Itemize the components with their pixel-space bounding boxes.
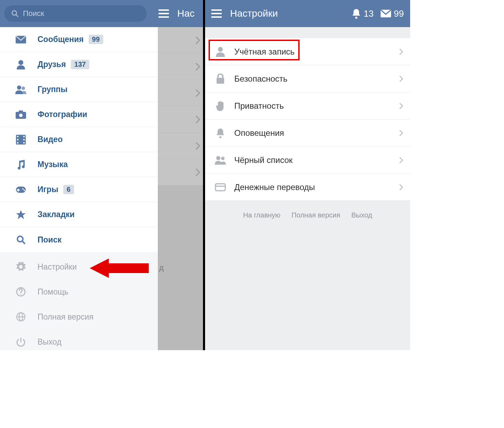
bg-row[interactable] [158, 106, 205, 133]
footer-links: На главную Полная версия Выход [205, 201, 410, 230]
menu-item-games[interactable]: Игры 6 [0, 177, 158, 202]
bg-row[interactable] [158, 54, 205, 80]
search-input[interactable]: Поиск [4, 5, 147, 22]
settings-item-security[interactable]: Безопасность [205, 65, 410, 92]
menu-label: Фотографии [38, 110, 87, 119]
menu-item-photos[interactable]: Фотографии [0, 102, 158, 127]
badge: 137 [71, 60, 89, 69]
menu-item-search[interactable]: Поиск [0, 227, 158, 252]
gray-menu-section: Настройки Помощь Полная версия [0, 252, 158, 350]
chevron-right-icon [399, 130, 403, 137]
card-icon [213, 183, 227, 191]
svg-rect-17 [23, 139, 25, 140]
notifications-indicator[interactable]: 13 [352, 8, 374, 19]
menu-label: Полная версия [38, 312, 94, 322]
chevron-right-icon [399, 157, 403, 164]
messages-indicator[interactable]: 99 [381, 8, 404, 19]
friends-icon [15, 60, 27, 69]
menu-item-logout[interactable]: Выход [0, 329, 158, 350]
menu-icon[interactable] [158, 9, 169, 18]
chevron-right-icon [399, 102, 403, 109]
power-icon [15, 337, 27, 347]
groups-icon [15, 85, 27, 94]
svg-point-38 [218, 47, 223, 52]
settings-label: Чёрный список [234, 155, 399, 165]
settings-item-account[interactable]: Учётная запись [205, 38, 410, 65]
footer-home-link[interactable]: На главную [243, 211, 280, 219]
side-menu: Сообщения 99 Друзья 137 Группы [0, 27, 158, 350]
menu-label: Игры [38, 185, 58, 194]
badge: 6 [63, 185, 74, 194]
footer-full-link[interactable]: Полная версия [292, 211, 340, 219]
page-title: Настройки [230, 8, 278, 19]
bell-icon [213, 128, 227, 138]
menu-icon[interactable] [211, 9, 222, 18]
svg-rect-35 [211, 16, 222, 18]
svg-point-28 [21, 294, 22, 295]
menu-item-video[interactable]: Видео [0, 127, 158, 152]
menu-label: Группы [38, 85, 67, 94]
settings-content: Учётная запись Безопасность [205, 27, 410, 350]
svg-point-36 [355, 17, 357, 19]
svg-rect-21 [17, 189, 20, 190]
menu-label: Закладки [38, 210, 75, 219]
bg-row[interactable] [158, 27, 205, 54]
svg-rect-10 [19, 110, 23, 113]
msg-count: 99 [394, 8, 404, 19]
globe-icon [15, 312, 27, 322]
svg-point-0 [12, 11, 17, 15]
svg-line-26 [23, 241, 25, 244]
messages-icon [15, 36, 27, 43]
menu-item-help[interactable]: Помощь [0, 279, 158, 304]
svg-rect-43 [216, 184, 225, 191]
search-placeholder: Поиск [23, 9, 44, 18]
menu-label: Видео [38, 135, 63, 144]
svg-rect-39 [217, 78, 224, 84]
menu-item-groups[interactable]: Группы [0, 77, 158, 102]
person-icon [213, 47, 227, 57]
left-header: Поиск Нас [0, 0, 203, 27]
mail-icon [381, 10, 391, 17]
footer-logout-link[interactable]: Выход [351, 211, 372, 219]
camera-icon [15, 110, 27, 119]
svg-rect-15 [17, 142, 18, 143]
menu-label: Сообщения [38, 35, 84, 44]
menu-item-bookmarks[interactable]: Закладки [0, 202, 158, 227]
bell-icon [352, 8, 361, 19]
svg-line-1 [16, 15, 18, 17]
svg-point-8 [22, 87, 25, 90]
help-icon [15, 287, 27, 297]
settings-item-blacklist[interactable]: Чёрный список [205, 147, 410, 174]
right-pane: Настройки 13 99 [205, 0, 410, 350]
svg-point-7 [17, 85, 21, 90]
bg-row[interactable] [158, 159, 205, 186]
people-icon [213, 156, 227, 165]
menu-item-full-version[interactable]: Полная версия [0, 304, 158, 329]
settings-label: Учётная запись [234, 47, 399, 57]
menu-item-settings[interactable]: Настройки [0, 254, 158, 279]
menu-label: Настройки [38, 262, 77, 272]
settings-item-notifications[interactable]: Оповещения [205, 120, 410, 147]
menu-label: Помощь [38, 287, 68, 297]
left-pane: Поиск Нас Сообщения 99 Друзья 137 [0, 0, 205, 350]
svg-point-41 [216, 156, 220, 160]
lock-icon [213, 74, 227, 84]
settings-label: Приватность [234, 101, 399, 111]
bg-footer: д [158, 186, 205, 350]
svg-rect-33 [211, 9, 222, 11]
settings-label: Оповещения [234, 128, 399, 138]
menu-item-music[interactable]: Музыка [0, 152, 158, 177]
bg-row[interactable] [158, 80, 205, 106]
hand-icon [213, 101, 227, 111]
svg-point-11 [19, 114, 23, 117]
svg-point-25 [17, 236, 23, 242]
svg-rect-34 [211, 13, 222, 14]
menu-item-friends[interactable]: Друзья 137 [0, 52, 158, 77]
background-overlay: д [158, 27, 205, 350]
menu-label: Музыка [38, 160, 68, 169]
menu-item-messages[interactable]: Сообщения 99 [0, 27, 158, 52]
svg-rect-4 [158, 16, 169, 18]
settings-item-payments[interactable]: Денежные переводы [205, 174, 410, 201]
bg-row[interactable] [158, 133, 205, 159]
settings-item-privacy[interactable]: Приватность [205, 92, 410, 120]
